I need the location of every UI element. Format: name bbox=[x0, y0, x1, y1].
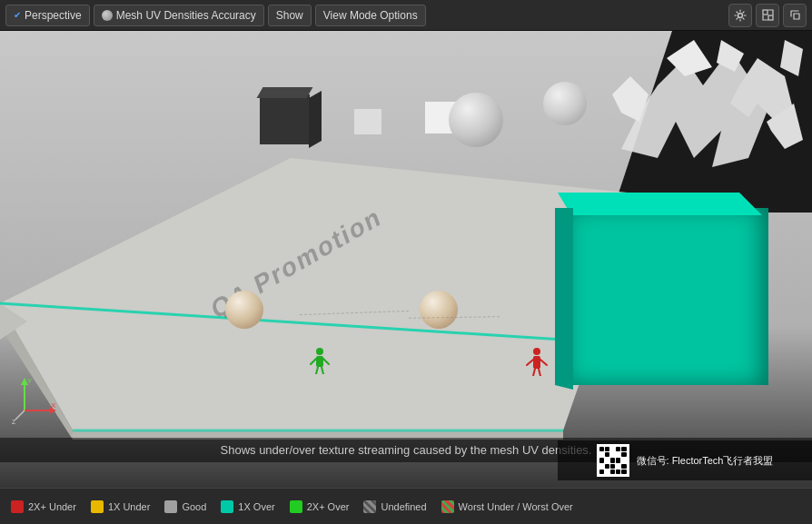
legend-1x-over: 1X Over bbox=[221, 500, 274, 513]
legend-good: Good bbox=[164, 500, 206, 513]
legend-swatch-undefined bbox=[363, 500, 376, 513]
svg-line-29 bbox=[322, 367, 323, 374]
mesh-uv-label: Mesh UV Densities Accuracy bbox=[116, 9, 256, 22]
view-mode-label: View Mode Options bbox=[323, 9, 418, 22]
legend-1x-under: 1X Under bbox=[91, 500, 150, 513]
svg-point-0 bbox=[738, 13, 743, 17]
legend-label-2x-under: 2X+ Under bbox=[28, 501, 76, 512]
dark-cube bbox=[260, 94, 310, 144]
svg-rect-25 bbox=[316, 356, 323, 367]
show-label: Show bbox=[276, 9, 303, 22]
perspective-button[interactable]: ✔ Perspective bbox=[5, 5, 90, 26]
top-sphere bbox=[449, 93, 503, 147]
toolbar: ✔ Perspective Mesh UV Densities Accuracy… bbox=[0, 0, 812, 31]
mesh-uv-button[interactable]: Mesh UV Densities Accuracy bbox=[94, 5, 264, 26]
svg-line-28 bbox=[316, 367, 318, 374]
legend-worst: Worst Under / Worst Over bbox=[441, 500, 573, 513]
teal-wall bbox=[573, 208, 768, 385]
svg-text:Y: Y bbox=[27, 377, 33, 385]
legend-swatch-1x-over bbox=[221, 500, 233, 513]
teal-wall-top bbox=[558, 193, 776, 215]
legend-label-good: Good bbox=[182, 501, 206, 512]
svg-line-22 bbox=[533, 369, 535, 376]
floor-sphere-right bbox=[420, 291, 458, 329]
axis-widget: Y X Z bbox=[11, 374, 61, 424]
perspective-label: Perspective bbox=[25, 9, 82, 22]
svg-line-23 bbox=[539, 369, 540, 376]
legend-bar: 2X+ Under 1X Under Good 1X Over 2X+ Over… bbox=[0, 488, 812, 524]
svg-point-18 bbox=[533, 348, 540, 355]
watermark-text: 微信号: FlectorTech飞行者我盟 bbox=[637, 453, 774, 469]
svg-rect-2 bbox=[768, 15, 773, 20]
dark-cube-right bbox=[309, 91, 322, 148]
restore-icon-btn[interactable] bbox=[783, 4, 807, 27]
svg-marker-17 bbox=[555, 208, 573, 390]
legend-swatch-2x-over bbox=[290, 500, 302, 513]
legend-undefined: Undefined bbox=[363, 500, 426, 513]
legend-2x-over: 2X+ Over bbox=[290, 500, 350, 513]
figure-red bbox=[525, 347, 549, 381]
svg-marker-10 bbox=[0, 158, 645, 430]
svg-text:Z: Z bbox=[12, 419, 16, 424]
sphere-icon bbox=[102, 10, 113, 21]
svg-text:X: X bbox=[51, 401, 56, 410]
legend-swatch-good bbox=[164, 500, 177, 513]
svg-point-24 bbox=[316, 348, 323, 355]
maximize-icon-btn[interactable] bbox=[756, 4, 779, 27]
floor-sphere-left bbox=[225, 291, 263, 329]
svg-line-26 bbox=[311, 359, 316, 364]
figure-green bbox=[309, 347, 331, 380]
svg-line-20 bbox=[527, 360, 533, 365]
svg-rect-1 bbox=[763, 10, 767, 15]
top-right-sphere bbox=[543, 82, 587, 125]
legend-label-1x-over: 1X Over bbox=[238, 501, 274, 512]
svg-marker-16 bbox=[558, 193, 762, 215]
svg-line-21 bbox=[540, 360, 547, 365]
legend-swatch-worst bbox=[441, 500, 454, 513]
legend-2x-under: 2X+ Under bbox=[11, 500, 76, 513]
view-mode-button[interactable]: View Mode Options bbox=[315, 5, 426, 26]
legend-label-1x-under: 1X Under bbox=[108, 501, 150, 512]
legend-label-undefined: Undefined bbox=[381, 501, 426, 512]
watermark-qr bbox=[597, 444, 629, 477]
viewport: QA Promotion bbox=[0, 31, 812, 524]
legend-label-worst: Worst Under / Worst Over bbox=[459, 501, 573, 512]
svg-rect-19 bbox=[533, 356, 540, 369]
legend-swatch-1x-under bbox=[91, 500, 104, 513]
svg-line-27 bbox=[323, 359, 329, 364]
toolbar-right bbox=[728, 4, 807, 27]
svg-line-36 bbox=[15, 410, 25, 420]
info-text: Shows under/over texture streaming cause… bbox=[221, 443, 592, 457]
watermark: 微信号: FlectorTech飞行者我盟 bbox=[558, 440, 812, 480]
legend-swatch-2x-under bbox=[11, 500, 24, 513]
dark-cube-top bbox=[257, 87, 313, 98]
check-icon: ✔ bbox=[14, 10, 21, 20]
show-button[interactable]: Show bbox=[268, 5, 312, 26]
settings-icon-btn[interactable] bbox=[728, 4, 752, 27]
small-box bbox=[354, 109, 381, 134]
svg-marker-9 bbox=[780, 40, 803, 76]
teal-wall-side bbox=[555, 208, 573, 390]
legend-label-2x-over: 2X+ Over bbox=[307, 501, 350, 512]
